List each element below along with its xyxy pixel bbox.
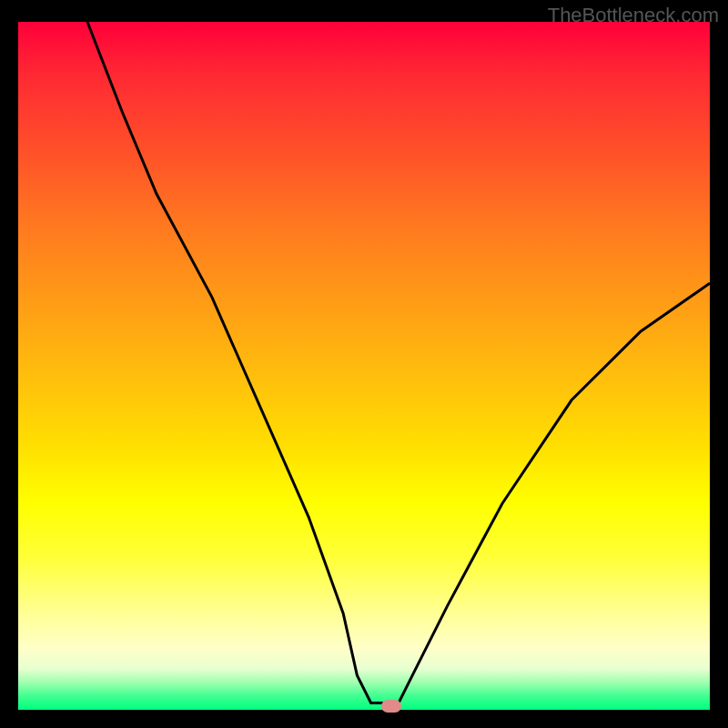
chart-curve-svg <box>18 22 710 710</box>
chart-marker <box>381 700 401 713</box>
watermark-text: TheBottleneck.com <box>548 4 719 27</box>
curve-line <box>87 22 710 703</box>
chart-plot-area <box>18 22 710 710</box>
